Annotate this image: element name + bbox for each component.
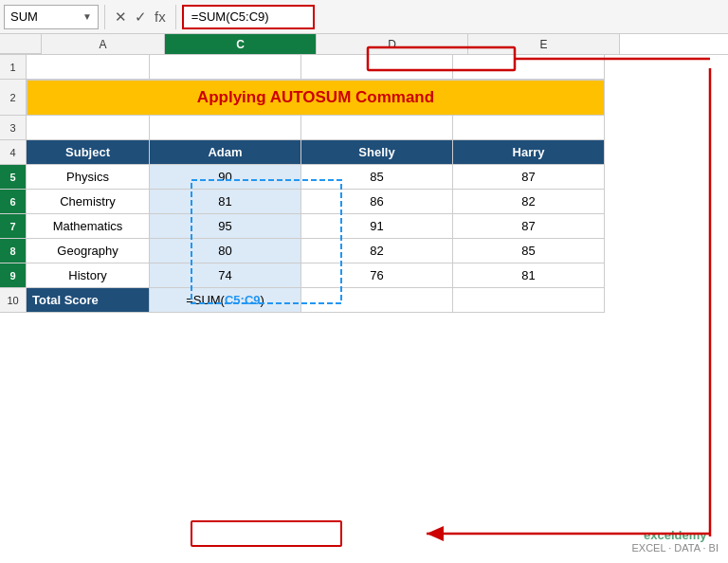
col-header-d[interactable]: D	[317, 34, 468, 54]
d6-86[interactable]: 86	[301, 190, 453, 214]
column-headers: A C D E	[0, 34, 728, 55]
c1[interactable]	[150, 55, 301, 80]
e7-87[interactable]: 87	[453, 214, 605, 239]
col-header-c[interactable]: C	[165, 34, 317, 54]
d1[interactable]	[301, 55, 453, 80]
formula-range: C5:C9	[225, 293, 261, 307]
formula-prefix: =SUM(	[186, 293, 225, 307]
formula-text: =SUM(C5:C9)	[191, 9, 269, 24]
b6-chemistry[interactable]: Chemistry	[27, 190, 150, 214]
d3[interactable]	[301, 116, 453, 140]
e5-87[interactable]: 87	[453, 165, 605, 190]
col-header-a[interactable]: A	[42, 34, 165, 54]
spreadsheet-area: A C D E 1 2 3 4 5 6 7 8 9 10 Applying AU…	[0, 34, 728, 563]
row-num-1: 1	[0, 55, 27, 80]
e9-81[interactable]: 81	[453, 263, 605, 288]
name-box[interactable]: SUM ▼	[4, 5, 99, 29]
row-num-header	[0, 34, 42, 54]
e3[interactable]	[453, 116, 605, 140]
formula-bar: SUM ▼ ✕ ✓ fx =SUM(C5:C9)	[0, 0, 728, 34]
b10-total: Total Score	[27, 288, 150, 313]
b5-physics[interactable]: Physics	[27, 165, 150, 190]
c6-81[interactable]: 81	[150, 190, 301, 214]
watermark: exceldemy EXCEL · DATA · BI	[632, 528, 719, 554]
row-num-4: 4	[0, 140, 27, 165]
row-num-2: 2	[0, 80, 27, 116]
grid-columns: Applying AUTOSUM Command Subject Physics…	[27, 55, 728, 313]
svg-rect-5	[191, 521, 341, 546]
name-box-arrow: ▼	[82, 11, 92, 22]
b7-mathematics[interactable]: Mathematics	[27, 214, 150, 239]
b9-history[interactable]: History	[27, 263, 150, 288]
e8-85[interactable]: 85	[453, 239, 605, 263]
formula-bar-divider	[104, 5, 105, 29]
d10[interactable]	[301, 288, 453, 313]
row-num-10: 10	[0, 288, 27, 313]
formula-suffix: )	[261, 293, 264, 307]
col-b: Applying AUTOSUM Command Subject Physics…	[27, 55, 150, 313]
c10-formula[interactable]: =SUM(C5:C9)	[150, 288, 301, 313]
watermark-logo: exceldemy	[632, 528, 719, 542]
row-num-3: 3	[0, 116, 27, 140]
d5-85[interactable]: 85	[301, 165, 453, 190]
b1[interactable]	[27, 55, 150, 80]
svg-marker-4	[427, 526, 444, 541]
row-num-7: 7	[0, 214, 27, 239]
e10[interactable]	[453, 288, 605, 313]
c4-adam-header: Adam	[150, 140, 301, 165]
fx-icon[interactable]: fx	[155, 9, 166, 25]
row-num-5: 5	[0, 165, 27, 190]
c7-95[interactable]: 95	[150, 214, 301, 239]
d4-shelly-header: Shelly	[301, 140, 453, 165]
formula-input[interactable]: =SUM(C5:C9)	[182, 5, 315, 29]
row-numbers: 1 2 3 4 5 6 7 8 9 10	[0, 55, 27, 313]
confirm-icon[interactable]: ✓	[135, 9, 147, 26]
e4-harry-header: Harry	[453, 140, 605, 165]
e1[interactable]	[453, 55, 605, 80]
formula-bar-icons: ✕ ✓ fx	[115, 9, 166, 26]
d8-82[interactable]: 82	[301, 239, 453, 263]
row-num-8: 8	[0, 239, 27, 263]
name-box-value: SUM	[10, 9, 38, 24]
d9-76[interactable]: 76	[301, 263, 453, 288]
row-num-6: 6	[0, 190, 27, 214]
col-header-e[interactable]: E	[468, 34, 620, 54]
formula-bar-divider2	[175, 5, 176, 29]
c8-80[interactable]: 80	[150, 239, 301, 263]
c3[interactable]	[150, 116, 301, 140]
row-num-9: 9	[0, 263, 27, 288]
e6-82[interactable]: 82	[453, 190, 605, 214]
c5-90[interactable]: 90	[150, 165, 301, 190]
b8-geography[interactable]: Geography	[27, 239, 150, 263]
c9-74[interactable]: 74	[150, 263, 301, 288]
b3[interactable]	[27, 116, 150, 140]
d7-91[interactable]: 91	[301, 214, 453, 239]
watermark-tagline: EXCEL · DATA · BI	[632, 542, 719, 554]
cancel-icon[interactable]: ✕	[115, 9, 127, 26]
b2-title: Applying AUTOSUM Command	[27, 80, 605, 116]
b4-subject-header: Subject	[27, 140, 150, 165]
grid-body: 1 2 3 4 5 6 7 8 9 10 Applying AUTOSUM Co…	[0, 55, 728, 313]
